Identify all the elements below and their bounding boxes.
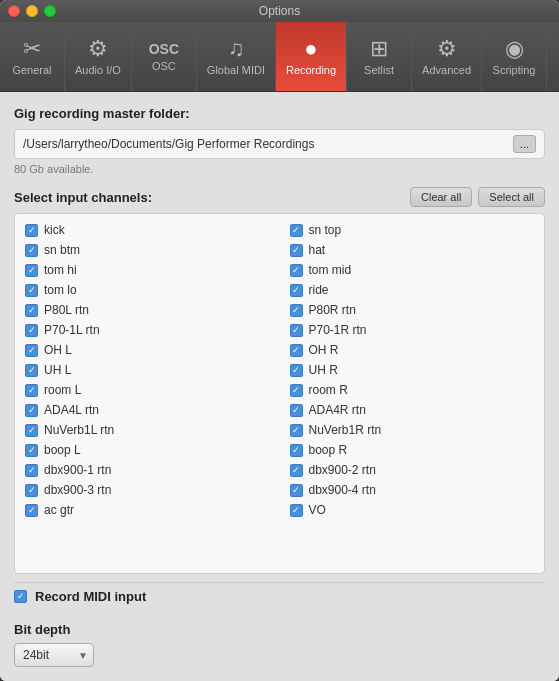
channel-checkbox[interactable] — [25, 404, 38, 417]
channel-checkbox[interactable] — [290, 444, 303, 457]
channel-checkbox[interactable] — [25, 424, 38, 437]
channel-checkbox[interactable] — [290, 404, 303, 417]
channel-checkbox[interactable] — [290, 284, 303, 297]
channel-checkbox[interactable] — [25, 384, 38, 397]
bit-depth-label: Bit depth — [14, 622, 545, 637]
channel-checkbox[interactable] — [290, 504, 303, 517]
list-item[interactable]: tom hi — [15, 260, 280, 280]
list-item[interactable]: room R — [280, 380, 545, 400]
list-item[interactable]: dbx900-4 rtn — [280, 480, 545, 500]
list-item[interactable]: boop L — [15, 440, 280, 460]
channel-checkbox[interactable] — [25, 324, 38, 337]
channel-checkbox[interactable] — [25, 444, 38, 457]
list-item[interactable]: P80R rtn — [280, 300, 545, 320]
list-item[interactable]: tom lo — [15, 280, 280, 300]
channel-checkbox[interactable] — [25, 504, 38, 517]
list-item[interactable]: dbx900-2 rtn — [280, 460, 545, 480]
tab-global-midi[interactable]: ♫ Global MIDI — [197, 22, 276, 91]
list-item[interactable]: ADA4L rtn — [15, 400, 280, 420]
channel-checkbox[interactable] — [25, 244, 38, 257]
tab-general[interactable]: ✂ General — [0, 22, 65, 91]
options-window: Options ✂ General ⚙ Audio I/O OSC OSC ♫ … — [0, 0, 559, 681]
channel-name: dbx900-2 rtn — [309, 463, 376, 477]
list-item[interactable]: NuVerb1L rtn — [15, 420, 280, 440]
bit-depth-select[interactable]: 16bit24bit32bit — [14, 643, 94, 667]
content-area: Gig recording master folder: /Users/larr… — [0, 92, 559, 681]
channel-checkbox[interactable] — [290, 304, 303, 317]
channel-checkbox[interactable] — [25, 364, 38, 377]
tab-audio-io[interactable]: ⚙ Audio I/O — [65, 22, 132, 91]
folder-row: /Users/larrytheo/Documents/Gig Performer… — [14, 129, 545, 159]
list-item[interactable]: dbx900-3 rtn — [15, 480, 280, 500]
channel-checkbox[interactable] — [290, 344, 303, 357]
list-item[interactable]: sn btm — [15, 240, 280, 260]
channel-checkbox[interactable] — [290, 464, 303, 477]
select-all-button[interactable]: Select all — [478, 187, 545, 207]
list-item[interactable]: P80L rtn — [15, 300, 280, 320]
tab-scripting[interactable]: ◉ Scripting — [482, 22, 547, 91]
list-item[interactable]: hat — [280, 240, 545, 260]
channel-checkbox[interactable] — [290, 364, 303, 377]
clear-all-button[interactable]: Clear all — [410, 187, 472, 207]
list-item[interactable]: sn top — [280, 220, 545, 240]
list-item[interactable]: ADA4R rtn — [280, 400, 545, 420]
list-item[interactable]: UH L — [15, 360, 280, 380]
list-item[interactable]: VO — [280, 500, 545, 520]
channels-header: Select input channels: Clear all Select … — [14, 187, 545, 207]
list-item[interactable]: UH R — [280, 360, 545, 380]
channel-checkbox[interactable] — [290, 244, 303, 257]
channel-checkbox[interactable] — [290, 224, 303, 237]
maximize-button[interactable] — [44, 5, 56, 17]
channel-checkbox[interactable] — [25, 264, 38, 277]
list-item[interactable]: OH R — [280, 340, 545, 360]
channel-name: NuVerb1R rtn — [309, 423, 382, 437]
channel-checkbox[interactable] — [290, 384, 303, 397]
midi-checkbox[interactable] — [14, 590, 27, 603]
channel-checkbox[interactable] — [25, 224, 38, 237]
tab-advanced[interactable]: ⚙ Advanced — [412, 22, 482, 91]
channel-name: P80R rtn — [309, 303, 356, 317]
channel-name: tom hi — [44, 263, 77, 277]
channels-list[interactable]: kicksn topsn btmhattom hitom midtom lori… — [14, 213, 545, 574]
list-item[interactable]: OH L — [15, 340, 280, 360]
midi-icon: ♫ — [228, 38, 245, 60]
channel-checkbox[interactable] — [25, 284, 38, 297]
list-item[interactable]: NuVerb1R rtn — [280, 420, 545, 440]
list-item[interactable]: P70-1R rtn — [280, 320, 545, 340]
record-icon: ● — [304, 38, 317, 60]
channel-name: room L — [44, 383, 81, 397]
list-item[interactable]: P70-1L rtn — [15, 320, 280, 340]
browse-folder-button[interactable]: ... — [513, 135, 536, 153]
title-bar: Options — [0, 0, 559, 22]
tab-setlist[interactable]: ⊞ Setlist — [347, 22, 412, 91]
list-item[interactable]: tom mid — [280, 260, 545, 280]
channel-name: hat — [309, 243, 326, 257]
channel-name: VO — [309, 503, 326, 517]
traffic-lights — [8, 5, 56, 17]
channel-checkbox[interactable] — [25, 464, 38, 477]
list-item[interactable]: ride — [280, 280, 545, 300]
midi-label: Record MIDI input — [35, 589, 146, 604]
channel-checkbox[interactable] — [290, 484, 303, 497]
osc-icon: OSC — [149, 42, 179, 56]
list-item[interactable]: kick — [15, 220, 280, 240]
channel-checkbox[interactable] — [25, 304, 38, 317]
close-button[interactable] — [8, 5, 20, 17]
channel-checkbox[interactable] — [290, 324, 303, 337]
tab-recording[interactable]: ● Recording — [276, 22, 347, 91]
channel-name: ADA4L rtn — [44, 403, 99, 417]
channel-checkbox[interactable] — [290, 264, 303, 277]
list-item[interactable]: dbx900-1 rtn — [15, 460, 280, 480]
list-item[interactable]: ac gtr — [15, 500, 280, 520]
channel-name: sn btm — [44, 243, 80, 257]
channel-checkbox[interactable] — [25, 484, 38, 497]
channel-checkbox[interactable] — [290, 424, 303, 437]
tab-osc[interactable]: OSC OSC — [132, 22, 197, 91]
channel-checkbox[interactable] — [25, 344, 38, 357]
minimize-button[interactable] — [26, 5, 38, 17]
channel-buttons: Clear all Select all — [410, 187, 545, 207]
channel-name: boop L — [44, 443, 81, 457]
list-item[interactable]: room L — [15, 380, 280, 400]
scripting-icon: ◉ — [505, 38, 524, 60]
list-item[interactable]: boop R — [280, 440, 545, 460]
